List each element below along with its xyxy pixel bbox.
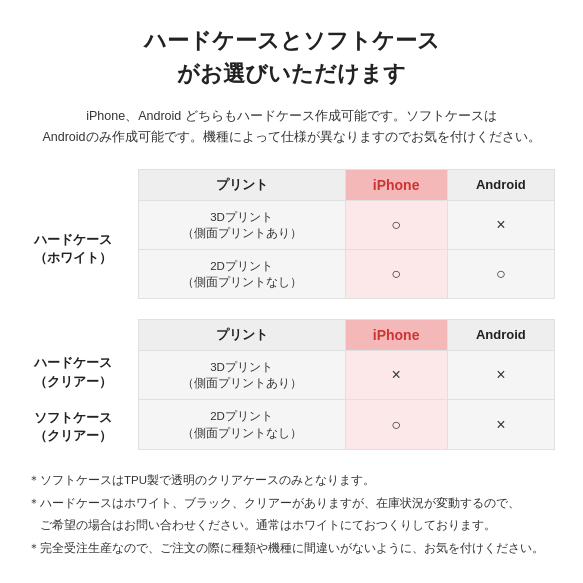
table1-row2-iphone: ○ — [345, 249, 447, 298]
note-1: ＊ソフトケースはTPU製で透明のクリアケースのみとなります。 — [28, 470, 555, 491]
table2-row2-label: 2Dプリント（側面プリントなし） — [138, 400, 345, 449]
table2-row1-label: 3Dプリント（側面プリントあり） — [138, 350, 345, 399]
table-row: ハードケース（クリアー）ソフトケース（クリアー） 3Dプリント（側面プリントあり… — [28, 350, 555, 399]
note-3: ご希望の場合はお問い合わせください。通常はホワイトにておつくりしております。 — [28, 515, 555, 536]
table1-row1-android: × — [447, 200, 554, 249]
table2-row2-iphone: ○ — [345, 400, 447, 449]
note-4: ＊完全受注生産なので、ご注文の際に種類や機種に間違いがないように、お気を付けくだ… — [28, 538, 555, 559]
table2-row1-iphone: × — [345, 350, 447, 399]
table1-row1-label: 3Dプリント（側面プリントあり） — [138, 200, 345, 249]
table-section-1: プリント iPhone Android ハードケース（ホワイト） 3Dプリント（… — [28, 169, 555, 299]
table-row: ハードケース（ホワイト） 3Dプリント（側面プリントあり） ○ × — [28, 200, 555, 249]
table1-col-iphone: iPhone — [345, 169, 447, 200]
table1-row-header: ハードケース（ホワイト） — [28, 200, 138, 298]
subtitle: iPhone、Android どちらもハードケース作成可能です。ソフトケースは … — [28, 106, 555, 149]
notes-section: ＊ソフトケースはTPU製で透明のクリアケースのみとなります。 ＊ハードケースはホ… — [28, 470, 555, 559]
note-2: ＊ハードケースはホワイト、ブラック、クリアーがありますが、在庫状況が変動するので… — [28, 493, 555, 514]
title-line1: ハードケースとソフトケース — [144, 28, 440, 53]
table2-row1-android: × — [447, 350, 554, 399]
table1-col-print: プリント — [138, 169, 345, 200]
title-line2: がお選びいただけます — [177, 61, 406, 86]
table1-row1-iphone: ○ — [345, 200, 447, 249]
table2-row-header: ハードケース（クリアー）ソフトケース（クリアー） — [28, 350, 138, 449]
main-title: ハードケースとソフトケース がお選びいただけます — [28, 24, 555, 90]
table2-col-android: Android — [447, 319, 554, 350]
table2-row2-android: × — [447, 400, 554, 449]
table1-col-android: Android — [447, 169, 554, 200]
table2-col-print: プリント — [138, 319, 345, 350]
table1-row2-label: 2Dプリント（側面プリントなし） — [138, 249, 345, 298]
table-section-2: プリント iPhone Android ハードケース（クリアー）ソフトケース（ク… — [28, 319, 555, 450]
page-container: ハードケースとソフトケース がお選びいただけます iPhone、Android … — [0, 0, 583, 581]
table1-row2-android: ○ — [447, 249, 554, 298]
table2-col-iphone: iPhone — [345, 319, 447, 350]
